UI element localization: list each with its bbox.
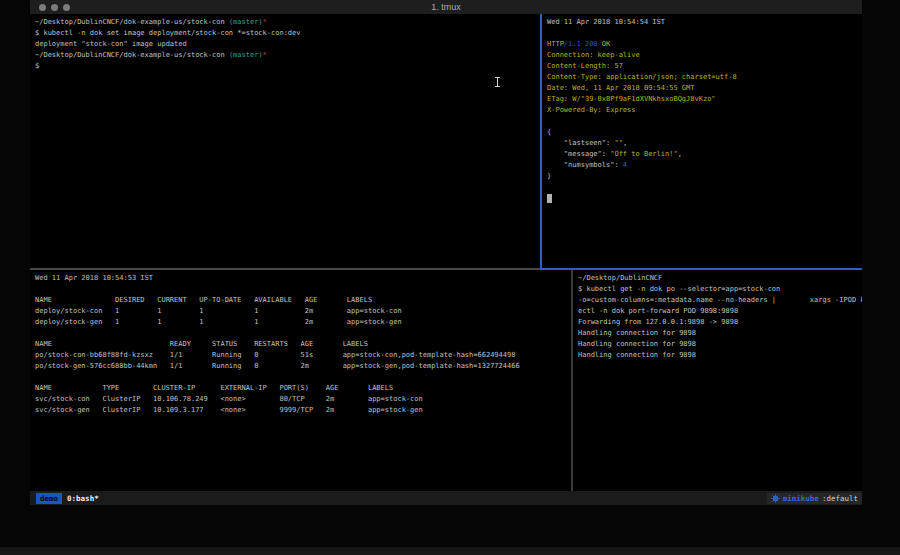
http-header: Date: Wed, 11 Apr 2018 09:54:55 GMT [547,83,862,94]
window-titlebar[interactable]: 1. tmux [30,0,862,14]
mouse-ibeam-cursor [494,77,501,87]
watch-timestamp: Wed 11 Apr 2018 10:54:53 IST [35,273,571,284]
terminal-cursor-line [547,193,862,204]
desktop-bottom-strip [0,547,900,555]
deployments-table-header: NAME DESIRED CURRENT UP-TO-DATE AVAILABL… [35,295,571,306]
http-header: X-Powered-By: Express [547,105,862,116]
pods-table-row: po/stock-gen-576cc688bb-44kmn 1/1 Runnin… [35,361,571,372]
block-cursor [547,194,552,203]
pods-table-row: po/stock-con-bb68f88fd-kzsxz 1/1 Running… [35,350,571,361]
shell-prompt: $ [35,61,540,72]
pane-bottom-left-kubectl-get[interactable]: Wed 11 Apr 2018 10:54:53 IST NAME DESIRE… [30,270,571,491]
shell-path-line: ~/Desktop/DublinCNCF/dok-example-us/stoc… [35,17,540,28]
deployments-table-row: deploy/stock-con 1 1 1 1 2m app=stock-co… [35,306,571,317]
json-line-numsymbols: "numsymbols": 4 [547,160,862,171]
shell-command-wrap: ectl -n dok port-forward POD 9898:9898 [578,306,862,317]
json-line-message: "message": "Off to Berlin!", [547,149,862,160]
shell-output-line: deployment "stock-con" image updated [35,39,540,50]
window-title: 1. tmux [30,0,862,14]
json-line-lastseen: "lastseen": "", [547,138,862,149]
desktop: 1. tmux ~/Desktop/DublinCNCF/dok-example… [0,0,900,555]
kube-context-segment: minikube:default [767,493,862,504]
git-branch: (master) [229,51,263,59]
deployments-table-row: deploy/stock-gen 1 1 1 1 2m app=stock-ge… [35,317,571,328]
shell-command-wrap: -o=custom-columns=:metadata.name --no-he… [578,295,862,306]
json-close-brace: } [547,171,862,182]
pods-table-header: NAME READY STATUS RESTARTS AGE LABELS [35,339,571,350]
shell-command-line: $ kubectl get -n dok po --selector=app=s… [578,284,862,295]
http-header: ETag: W/"39-0xBPf9aF1dXVNkhsxoBQgJ8vKzo" [547,94,862,105]
watch-timestamp: Wed 11 Apr 2018 10:54:54 IST [547,17,862,28]
services-table-row: svc/stock-con ClusterIP 10.106.78.249 <n… [35,394,571,405]
terminal-window: 1. tmux ~/Desktop/DublinCNCF/dok-example… [30,0,862,505]
helm-wheel-icon [771,494,780,503]
pane-top-left-shell[interactable]: ~/Desktop/DublinCNCF/dok-example-us/stoc… [30,14,540,268]
json-open-brace: { [547,127,862,138]
git-dirty-marker: * [263,51,267,59]
tmux-window-tab[interactable]: 0:bash* [67,494,99,503]
http-header: Content-Length: 57 [547,61,862,72]
shell-path-line: ~/Desktop/DublinCNCF/dok-example-us/stoc… [35,50,540,61]
http-status-line: HTTP/1.1 200 OK [547,39,862,50]
pane-border-vertical-active[interactable] [540,14,542,268]
shell-path-line: ~/Desktop/DublinCNCF [578,273,862,284]
services-table-row: svc/stock-gen ClusterIP 10.109.3.177 <no… [35,405,571,416]
git-branch: (master) [229,18,263,26]
pane-bottom-right-port-forward[interactable]: ~/Desktop/DublinCNCF $ kubectl get -n do… [573,270,862,491]
port-forward-output: Handling connection for 9898 [578,339,862,350]
port-forward-output: Handling connection for 9898 [578,350,862,361]
kube-namespace: :default [822,494,858,503]
port-forward-output: Handling connection for 9898 [578,328,862,339]
pane-top-right-http[interactable]: Wed 11 Apr 2018 10:54:54 IST HTTP/1.1 20… [542,14,862,268]
shell-command-line: $ kubectl -n dok set image deployment/st… [35,28,540,39]
port-forward-output: Forwarding from 127.0.0.1:9898 -> 9898 [578,317,862,328]
http-header: Content-Type: application/json; charset=… [547,72,862,83]
git-dirty-marker: * [263,18,267,26]
tmux-statusbar: demo 0:bash* minikube:default [30,491,862,505]
http-header: Connection: keep-alive [547,50,862,61]
tmux-session-badge[interactable]: demo [36,493,62,504]
services-table-header: NAME TYPE CLUSTER-IP EXTERNAL-IP PORT(S)… [35,383,571,394]
kube-context-name: minikube [783,494,819,503]
